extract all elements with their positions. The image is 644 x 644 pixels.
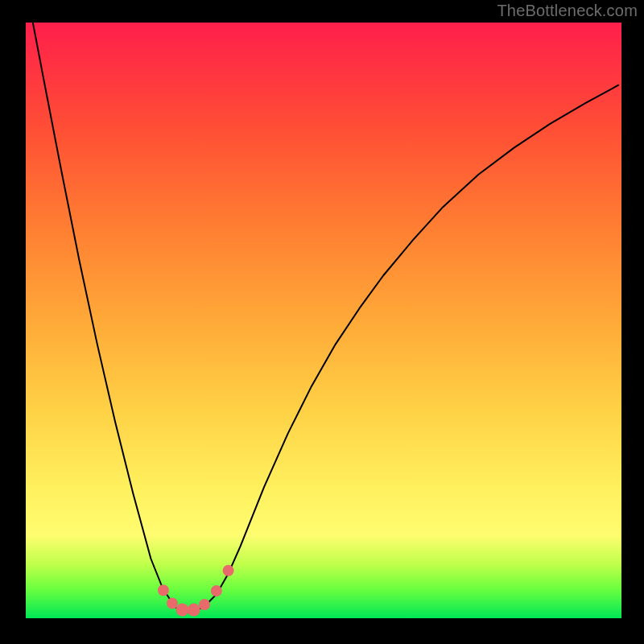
curve-marker bbox=[176, 604, 189, 617]
curve-marker bbox=[158, 584, 169, 596]
curve-marker bbox=[211, 585, 222, 597]
plot-area bbox=[26, 23, 621, 618]
bottleneck-curve bbox=[31, 23, 618, 613]
curve-marker bbox=[188, 604, 200, 617]
curve-marker bbox=[199, 599, 210, 610]
curve-marker bbox=[223, 565, 234, 576]
watermark-text: TheBottleneck.com bbox=[497, 2, 638, 20]
chart-frame: TheBottleneck.com bbox=[0, 0, 644, 644]
curve-layer bbox=[26, 23, 621, 618]
curve-marker bbox=[167, 598, 178, 609]
curve-markers bbox=[158, 565, 234, 617]
